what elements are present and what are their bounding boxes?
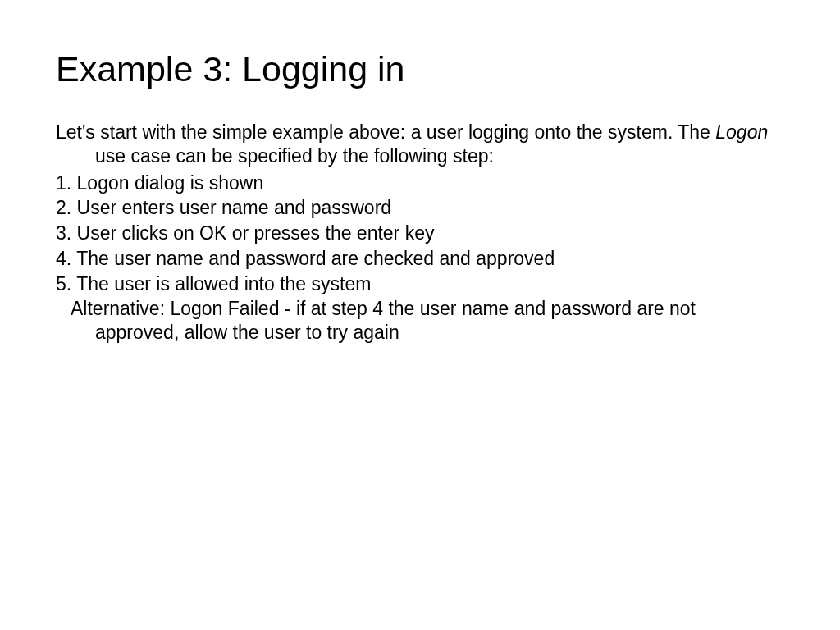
intro-text-part2: use case can be specified by the followi… (95, 145, 494, 167)
slide-title: Example 3: Logging in (56, 49, 784, 89)
intro-text-part1: Let's start with the simple example abov… (56, 121, 715, 143)
slide-body: Let's start with the simple example abov… (56, 121, 784, 345)
step-3: 3. User clicks on OK or presses the ente… (56, 221, 784, 245)
step-5: 5. The user is allowed into the system (56, 272, 784, 296)
step-2: 2. User enters user name and password (56, 196, 784, 220)
step-1: 1. Logon dialog is shown (56, 171, 784, 195)
step-4: 4. The user name and password are checke… (56, 247, 784, 271)
intro-paragraph: Let's start with the simple example abov… (56, 121, 784, 168)
intro-text-italic: Logon (715, 121, 768, 143)
alternative-text: Alternative: Logon Failed - if at step 4… (56, 297, 784, 345)
